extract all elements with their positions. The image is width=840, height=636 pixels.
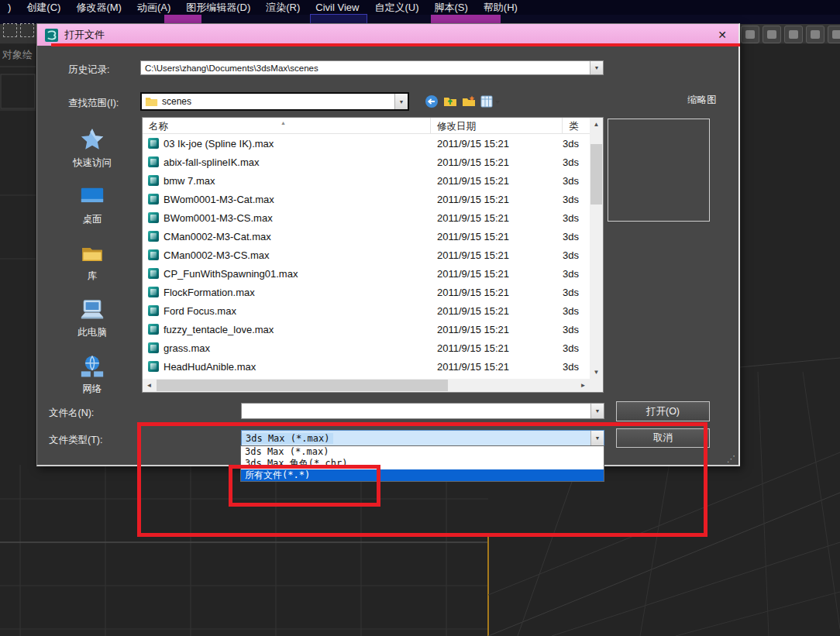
sidebar-item-quick-access[interactable]: 快速访问 — [46, 120, 138, 177]
file-date: 2011/9/15 15:21 — [431, 138, 563, 150]
selection-region-icon[interactable] — [20, 23, 34, 37]
max-file-icon — [148, 268, 159, 279]
file-name: abix-fall-splineIK.max — [164, 156, 260, 168]
new-folder-button[interactable] — [461, 94, 477, 109]
menu-item-scripting[interactable]: 脚本(S) — [426, 1, 475, 15]
menu-item-clipped[interactable]: ) — [0, 2, 19, 13]
file-type: 3ds — [563, 324, 590, 335]
max-file-icon — [148, 231, 159, 242]
sidebar-item-this-pc[interactable]: 此电脑 — [46, 290, 138, 346]
table-row[interactable]: grass.max 2011/9/15 15:21 3ds — [143, 339, 590, 357]
file-date: 2011/9/15 15:21 — [431, 194, 563, 205]
file-type: 3ds — [563, 342, 590, 354]
resize-grip[interactable] — [727, 454, 735, 464]
dropdown-option-max[interactable]: 3ds Max (*.max) — [241, 446, 604, 458]
chevron-down-icon[interactable] — [590, 61, 603, 74]
table-row[interactable]: BWom0001-M3-Cat.max 2011/9/15 15:21 3ds — [143, 190, 590, 208]
max-file-icon — [148, 324, 159, 335]
menu-item-customize[interactable]: 自定义(U) — [367, 1, 426, 15]
toolbar-icon-4[interactable] — [806, 26, 825, 43]
table-row[interactable]: BWom0001-M3-CS.max 2011/9/15 15:21 3ds — [143, 208, 590, 227]
sidebar-item-desktop[interactable]: 桌面 — [46, 177, 138, 233]
places-sidebar: 快速访问 桌面 库 — [46, 115, 138, 407]
table-row[interactable]: Ford Focus.max 2011/9/15 15:21 3ds — [143, 301, 590, 320]
column-label: 类 — [569, 121, 579, 132]
close-icon[interactable]: ✕ — [714, 29, 731, 41]
file-date: 2011/9/15 15:21 — [431, 268, 563, 280]
column-header-name[interactable]: 名称 — [143, 118, 431, 133]
table-row[interactable]: abix-fall-splineIK.max 2011/9/15 15:21 3… — [143, 153, 590, 171]
look-in-value: scenes — [158, 96, 195, 107]
object-paint-label: 对象绘 — [2, 48, 33, 62]
cancel-button[interactable]: 取消 — [616, 428, 710, 448]
view-menu-button[interactable] — [480, 94, 501, 109]
table-row[interactable]: HeadHudAnible.max 2011/9/15 15:21 3ds — [143, 357, 590, 376]
look-in-combobox[interactable]: scenes — [140, 92, 409, 111]
scroll-down-icon[interactable] — [590, 366, 603, 379]
table-row[interactable]: fuzzy_tentacle_love.max 2011/9/15 15:21 … — [143, 320, 590, 339]
history-combobox[interactable]: C:\Users\zhang\Documents\3dsMax\scenes — [140, 60, 604, 75]
file-name-combobox[interactable] — [241, 403, 604, 419]
toolbar-icon-2[interactable] — [763, 26, 781, 43]
file-name: Ford Focus.max — [164, 305, 236, 317]
menu-item-modifiers[interactable]: 修改器(M) — [68, 1, 129, 15]
file-date: 2011/9/15 15:21 — [431, 175, 563, 187]
scroll-right-icon[interactable] — [577, 379, 590, 392]
menu-item-graph-editors[interactable]: 图形编辑器(D) — [178, 1, 258, 15]
menu-item-create[interactable]: 创建(C) — [19, 1, 68, 15]
file-type: 3ds — [563, 156, 590, 168]
file-date: 2011/9/15 15:21 — [431, 231, 563, 242]
file-type: 3ds — [563, 231, 590, 242]
column-header-date[interactable]: 修改日期 — [431, 118, 563, 133]
file-type: 3ds — [563, 212, 590, 224]
sidebar-item-label: 快速访问 — [73, 156, 112, 170]
column-header-type[interactable]: 类 — [563, 118, 590, 133]
toolbar-icon-5[interactable] — [828, 26, 840, 43]
sidebar-item-label: 网络 — [83, 383, 102, 396]
toolbar-icon-1[interactable] — [741, 26, 759, 43]
vertical-scrollbar[interactable] — [590, 118, 603, 379]
rectangular-selection-icon[interactable] — [3, 23, 17, 37]
file-rows: 03 Ik-joe (Spline IK).max 2011/9/15 15:2… — [143, 134, 590, 379]
table-row[interactable]: FlockFormation.max 2011/9/15 15:21 3ds — [143, 283, 590, 301]
up-one-level-button[interactable] — [442, 94, 458, 109]
table-row[interactable]: 03 Ik-joe (Spline IK).max 2011/9/15 15:2… — [143, 134, 590, 153]
table-row[interactable]: bmw 7.max 2011/9/15 15:21 3ds — [143, 171, 590, 190]
look-in-label: 查找范围(I): — [68, 97, 119, 110]
back-button[interactable] — [424, 94, 439, 109]
table-row[interactable]: CMan0002-M3-Cat.max 2011/9/15 15:21 3ds — [143, 227, 590, 246]
table-row[interactable]: CP_FunWithSpawning01.max 2011/9/15 15:21… — [143, 264, 590, 283]
file-name: BWom0001-M3-CS.max — [164, 212, 273, 224]
dialog-title-bar[interactable]: 打开文件 ✕ — [37, 24, 738, 46]
toolbar-icon-3[interactable] — [784, 26, 803, 43]
scroll-left-icon[interactable] — [143, 379, 156, 392]
open-button[interactable]: 打开(O) — [616, 401, 710, 421]
vertical-scroll-thumb[interactable] — [590, 144, 602, 205]
file-type-combobox[interactable]: 3ds Max (*.max) — [241, 430, 604, 446]
computer-icon — [77, 297, 107, 323]
scroll-up-icon[interactable] — [590, 118, 603, 131]
max-file-icon — [148, 175, 159, 186]
sidebar-item-network[interactable]: 网络 — [46, 346, 138, 403]
horizontal-scroll-thumb[interactable] — [157, 380, 448, 391]
chevron-down-icon[interactable] — [394, 94, 408, 109]
chevron-down-icon[interactable] — [590, 404, 604, 418]
dropdown-option-chr[interactable]: 3ds Max 角色(*.chr) — [241, 458, 604, 469]
thumbnail-preview — [608, 119, 710, 222]
column-label: 修改日期 — [437, 121, 476, 132]
dropdown-option-all-files[interactable]: 所有文件(*.*) — [241, 469, 604, 481]
menu-item-civil-view[interactable]: Civil View — [308, 2, 367, 13]
horizontal-scrollbar[interactable] — [143, 379, 590, 392]
menu-item-help[interactable]: 帮助(H) — [476, 1, 525, 15]
sidebar-item-libraries[interactable]: 库 — [46, 233, 138, 290]
file-name-label: 文件名(N): — [49, 407, 94, 420]
max-file-icon — [148, 194, 159, 205]
file-date: 2011/9/15 15:21 — [431, 156, 563, 168]
file-name: 03 Ik-joe (Spline IK).max — [164, 138, 274, 150]
table-row[interactable]: CMan0002-M3-CS.max 2011/9/15 15:21 3ds — [143, 246, 590, 264]
star-icon — [77, 127, 107, 153]
file-date: 2011/9/15 15:21 — [431, 342, 563, 354]
menu-item-rendering[interactable]: 渲染(R) — [258, 1, 308, 15]
chevron-down-icon[interactable] — [590, 431, 604, 445]
menu-item-animation[interactable]: 动画(A) — [129, 1, 178, 15]
